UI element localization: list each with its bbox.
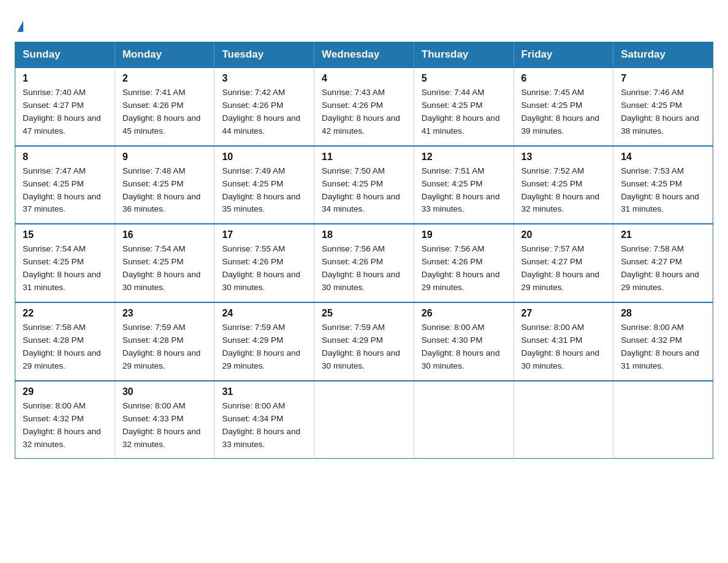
- calendar-cell: 26 Sunrise: 8:00 AMSunset: 4:30 PMDaylig…: [414, 302, 514, 381]
- calendar-cell: 25 Sunrise: 7:59 AMSunset: 4:29 PMDaylig…: [314, 302, 414, 381]
- day-number: 31: [222, 386, 306, 397]
- day-info: Sunrise: 7:59 AMSunset: 4:29 PMDaylight:…: [222, 321, 306, 373]
- day-number: 14: [621, 151, 705, 163]
- day-number: 17: [222, 229, 306, 240]
- calendar-cell: 6 Sunrise: 7:45 AMSunset: 4:25 PMDayligh…: [514, 67, 613, 146]
- day-info: Sunrise: 8:00 AMSunset: 4:33 PMDaylight:…: [123, 400, 207, 451]
- day-info: Sunrise: 7:43 AMSunset: 4:26 PMDaylight:…: [322, 86, 406, 138]
- day-number: 2: [123, 73, 207, 84]
- calendar-cell: 20 Sunrise: 7:57 AMSunset: 4:27 PMDaylig…: [514, 224, 613, 302]
- day-info: Sunrise: 7:48 AMSunset: 4:25 PMDaylight:…: [123, 165, 207, 216]
- day-of-week-header: Monday: [115, 42, 214, 68]
- day-number: 5: [422, 73, 506, 84]
- day-info: Sunrise: 7:59 AMSunset: 4:29 PMDaylight:…: [322, 321, 406, 373]
- logo-triangle-icon: [17, 21, 23, 32]
- day-number: 9: [123, 151, 207, 163]
- calendar-week-row: 22 Sunrise: 7:58 AMSunset: 4:28 PMDaylig…: [15, 302, 713, 381]
- calendar-cell: 17 Sunrise: 7:55 AMSunset: 4:26 PMDaylig…: [214, 224, 314, 302]
- day-info: Sunrise: 7:54 AMSunset: 4:25 PMDaylight:…: [23, 243, 107, 294]
- day-info: Sunrise: 8:00 AMSunset: 4:30 PMDaylight:…: [422, 321, 506, 373]
- day-number: 16: [123, 229, 207, 240]
- calendar-cell: 30 Sunrise: 8:00 AMSunset: 4:33 PMDaylig…: [115, 381, 214, 459]
- day-of-week-header: Tuesday: [214, 42, 314, 68]
- day-info: Sunrise: 7:47 AMSunset: 4:25 PMDaylight:…: [23, 165, 107, 216]
- calendar-cell: 10 Sunrise: 7:49 AMSunset: 4:25 PMDaylig…: [214, 146, 314, 224]
- day-info: Sunrise: 7:59 AMSunset: 4:28 PMDaylight:…: [123, 321, 207, 373]
- calendar-cell: 2 Sunrise: 7:41 AMSunset: 4:26 PMDayligh…: [115, 67, 214, 146]
- calendar-cell: 9 Sunrise: 7:48 AMSunset: 4:25 PMDayligh…: [115, 146, 214, 224]
- calendar-week-row: 15 Sunrise: 7:54 AMSunset: 4:25 PMDaylig…: [15, 224, 713, 302]
- day-of-week-header: Saturday: [613, 42, 713, 68]
- day-of-week-header: Wednesday: [314, 42, 414, 68]
- day-info: Sunrise: 8:00 AMSunset: 4:31 PMDaylight:…: [521, 321, 606, 373]
- day-number: 12: [422, 151, 506, 163]
- calendar-cell: 31 Sunrise: 8:00 AMSunset: 4:34 PMDaylig…: [214, 381, 314, 459]
- calendar-cell: [314, 381, 414, 459]
- day-number: 11: [322, 151, 406, 163]
- day-info: Sunrise: 7:45 AMSunset: 4:25 PMDaylight:…: [521, 86, 606, 138]
- day-number: 18: [322, 229, 406, 240]
- day-number: 10: [222, 151, 306, 163]
- day-info: Sunrise: 7:54 AMSunset: 4:25 PMDaylight:…: [123, 243, 207, 294]
- day-number: 24: [222, 308, 306, 319]
- calendar-cell: 19 Sunrise: 7:56 AMSunset: 4:26 PMDaylig…: [414, 224, 514, 302]
- day-info: Sunrise: 7:56 AMSunset: 4:26 PMDaylight:…: [322, 243, 406, 294]
- day-info: Sunrise: 7:51 AMSunset: 4:25 PMDaylight:…: [422, 165, 506, 216]
- day-number: 26: [422, 308, 506, 319]
- calendar-cell: 18 Sunrise: 7:56 AMSunset: 4:26 PMDaylig…: [314, 224, 414, 302]
- calendar-cell: 22 Sunrise: 7:58 AMSunset: 4:28 PMDaylig…: [15, 302, 115, 381]
- calendar-cell: [514, 381, 613, 459]
- day-info: Sunrise: 7:50 AMSunset: 4:25 PMDaylight:…: [322, 165, 406, 216]
- day-of-week-header: Sunday: [15, 42, 115, 68]
- calendar-cell: 3 Sunrise: 7:42 AMSunset: 4:26 PMDayligh…: [214, 67, 314, 146]
- day-info: Sunrise: 8:00 AMSunset: 4:32 PMDaylight:…: [621, 321, 705, 373]
- day-info: Sunrise: 7:58 AMSunset: 4:27 PMDaylight:…: [621, 243, 705, 294]
- day-number: 27: [521, 308, 606, 319]
- calendar-cell: 5 Sunrise: 7:44 AMSunset: 4:25 PMDayligh…: [414, 67, 514, 146]
- day-number: 25: [322, 308, 406, 319]
- calendar-header-row: SundayMondayTuesdayWednesdayThursdayFrid…: [15, 42, 713, 68]
- calendar-cell: 21 Sunrise: 7:58 AMSunset: 4:27 PMDaylig…: [613, 224, 713, 302]
- day-number: 13: [521, 151, 606, 163]
- calendar-cell: 16 Sunrise: 7:54 AMSunset: 4:25 PMDaylig…: [115, 224, 214, 302]
- calendar-cell: 11 Sunrise: 7:50 AMSunset: 4:25 PMDaylig…: [314, 146, 414, 224]
- day-info: Sunrise: 7:58 AMSunset: 4:28 PMDaylight:…: [23, 321, 107, 373]
- calendar-week-row: 1 Sunrise: 7:40 AMSunset: 4:27 PMDayligh…: [15, 67, 713, 146]
- day-number: 3: [222, 73, 306, 84]
- day-number: 22: [23, 308, 107, 319]
- calendar-table: SundayMondayTuesdayWednesdayThursdayFrid…: [15, 42, 713, 459]
- day-number: 6: [521, 73, 606, 84]
- day-info: Sunrise: 7:41 AMSunset: 4:26 PMDaylight:…: [123, 86, 207, 138]
- day-info: Sunrise: 7:40 AMSunset: 4:27 PMDaylight:…: [23, 86, 107, 138]
- day-info: Sunrise: 7:49 AMSunset: 4:25 PMDaylight:…: [222, 165, 306, 216]
- day-info: Sunrise: 7:44 AMSunset: 4:25 PMDaylight:…: [422, 86, 506, 138]
- day-of-week-header: Friday: [514, 42, 613, 68]
- calendar-cell: 27 Sunrise: 8:00 AMSunset: 4:31 PMDaylig…: [514, 302, 613, 381]
- page-header: [15, 15, 713, 32]
- day-number: 1: [23, 73, 107, 84]
- calendar-cell: 14 Sunrise: 7:53 AMSunset: 4:25 PMDaylig…: [613, 146, 713, 224]
- day-info: Sunrise: 7:57 AMSunset: 4:27 PMDaylight:…: [521, 243, 606, 294]
- day-number: 28: [621, 308, 705, 319]
- day-number: 15: [23, 229, 107, 240]
- calendar-cell: [613, 381, 713, 459]
- logo-general-line: [15, 15, 23, 32]
- day-number: 4: [322, 73, 406, 84]
- day-info: Sunrise: 8:00 AMSunset: 4:34 PMDaylight:…: [222, 400, 306, 451]
- logo: [15, 15, 23, 32]
- calendar-cell: [414, 381, 514, 459]
- day-number: 7: [621, 73, 705, 84]
- calendar-week-row: 29 Sunrise: 8:00 AMSunset: 4:32 PMDaylig…: [15, 381, 713, 459]
- calendar-cell: 15 Sunrise: 7:54 AMSunset: 4:25 PMDaylig…: [15, 224, 115, 302]
- day-number: 30: [123, 386, 207, 397]
- calendar-week-row: 8 Sunrise: 7:47 AMSunset: 4:25 PMDayligh…: [15, 146, 713, 224]
- day-info: Sunrise: 7:46 AMSunset: 4:25 PMDaylight:…: [621, 86, 705, 138]
- day-number: 21: [621, 229, 705, 240]
- calendar-cell: 13 Sunrise: 7:52 AMSunset: 4:25 PMDaylig…: [514, 146, 613, 224]
- day-of-week-header: Thursday: [414, 42, 514, 68]
- day-info: Sunrise: 8:00 AMSunset: 4:32 PMDaylight:…: [23, 400, 107, 451]
- calendar-cell: 23 Sunrise: 7:59 AMSunset: 4:28 PMDaylig…: [115, 302, 214, 381]
- calendar-cell: 1 Sunrise: 7:40 AMSunset: 4:27 PMDayligh…: [15, 67, 115, 146]
- day-number: 19: [422, 229, 506, 240]
- calendar-cell: 24 Sunrise: 7:59 AMSunset: 4:29 PMDaylig…: [214, 302, 314, 381]
